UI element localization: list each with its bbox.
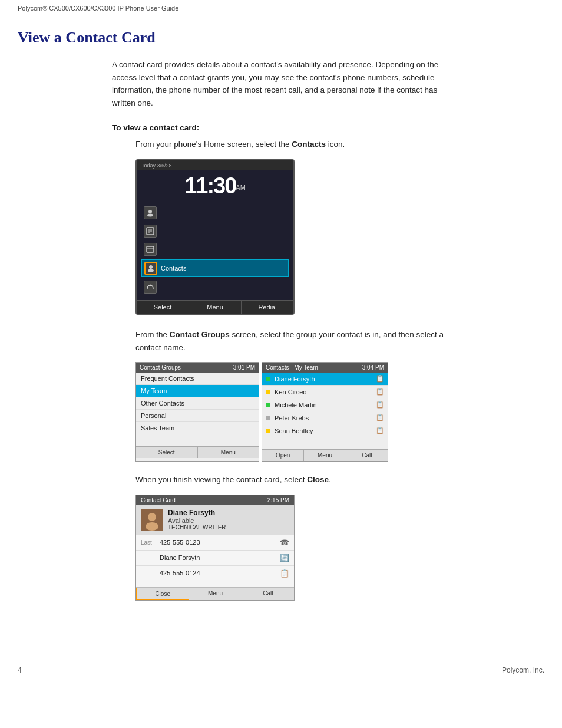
home-softkeys: Select Menu Redial	[137, 300, 293, 314]
group-item-2[interactable]: Other Contacts	[136, 397, 259, 410]
contacts-list: Diane Forsyth 📋 Ken Circeo 📋 M	[262, 373, 388, 449]
cc-job-title: TECHNICAL WRITER	[168, 524, 226, 531]
softkey-redial[interactable]: Redial	[242, 301, 293, 314]
contact-row-0[interactable]: Diane Forsyth 📋	[262, 373, 388, 386]
cc-time: 2:15 PM	[267, 497, 289, 503]
cc-value-0: 425-555-0123	[160, 539, 200, 546]
cc-row-0: Last 425-555-0123 ☎	[136, 535, 294, 551]
home-icon-5	[141, 279, 289, 295]
dot-3	[266, 416, 270, 420]
page-number: 4	[18, 666, 22, 674]
svg-point-8	[149, 265, 153, 269]
contacts-softkeys: Open Menu Call	[262, 449, 388, 461]
cc-icon-2: 📋	[280, 569, 289, 578]
step1-bold: Contacts	[292, 140, 326, 149]
card-icon-2: 📋	[376, 401, 384, 409]
home-icon-contacts: Contacts	[141, 259, 289, 277]
svg-point-1	[147, 213, 153, 216]
groups-list: Frequent Contacts My Team Other Contacts…	[136, 373, 259, 446]
intro-text: A contact card provides details about a …	[112, 58, 454, 109]
group-item-1[interactable]: My Team	[136, 385, 259, 397]
group-item-4[interactable]: Sales Team	[136, 422, 259, 434]
cc-row-left-2: 425-555-0124	[141, 569, 200, 577]
contact-name-4: Sean Bentley	[275, 427, 313, 434]
svg-point-12	[148, 513, 156, 521]
contacts-empty-space	[262, 437, 388, 449]
cc-softkey-menu[interactable]: Menu	[189, 588, 242, 600]
icon-box-5	[144, 281, 157, 294]
dot-1	[266, 390, 270, 394]
card-icon-0: 📋	[376, 375, 384, 383]
step2-instruction: From the Contact Groups screen, select t…	[135, 328, 454, 354]
cc-body: Last 425-555-0123 ☎ Diane Forsyth 🔄 4	[136, 535, 294, 587]
cc-softkey-close[interactable]: Close	[136, 588, 189, 600]
groups-softkey-select[interactable]: Select	[136, 447, 198, 458]
home-screen-wrap: Today 3/6/28 11:30AM	[135, 159, 544, 317]
icon-box-3	[144, 243, 157, 256]
icon-box-1	[144, 206, 157, 219]
group-item-3[interactable]: Personal	[136, 410, 259, 422]
page-title: View a Contact Card	[18, 29, 544, 47]
cc-value-1: Diane Forsyth	[160, 554, 200, 561]
cc-status: Available	[168, 517, 226, 524]
contact-row-2[interactable]: Michele Martin 📋	[262, 398, 388, 411]
step3-instruction: When you finish viewing the contact card…	[135, 473, 454, 486]
softkey-menu[interactable]: Menu	[189, 301, 242, 314]
icon-box-2	[144, 225, 157, 238]
contact-card-wrap: Contact Card 2:15 PM Diane Forsyth Avail…	[135, 495, 544, 601]
avatar	[141, 509, 163, 531]
card-icon-1: 📋	[376, 388, 384, 396]
cc-softkeys: Close Menu Call	[136, 587, 294, 600]
home-screen: Today 3/6/28 11:30AM	[135, 159, 295, 315]
groups-time: 3:01 PM	[233, 364, 255, 371]
group-item-empty	[136, 434, 259, 446]
am-pm-label: AM	[236, 184, 246, 191]
section-heading: To view a contact card:	[112, 123, 544, 132]
main-content: View a Contact Card A contact card provi…	[0, 17, 562, 636]
time-display-area: 11:30AM	[137, 170, 293, 200]
dot-4	[266, 429, 270, 433]
groups-softkeys: Select Menu	[136, 446, 259, 458]
contacts-softkey-open[interactable]: Open	[262, 450, 304, 461]
cc-row-left-0: Last 425-555-0123	[141, 539, 200, 546]
cc-header: Contact Card 2:15 PM	[136, 495, 294, 505]
contact-row-left-2: Michele Martin	[266, 401, 317, 409]
contact-card-screen: Contact Card 2:15 PM Diane Forsyth Avail…	[135, 495, 295, 601]
dual-screen: Contact Groups 3:01 PM Frequent Contacts…	[135, 362, 544, 462]
cc-icon-1: 🔄	[280, 554, 289, 562]
contact-row-4[interactable]: Sean Bentley 📋	[262, 424, 388, 437]
svg-rect-6	[147, 246, 154, 252]
card-icon-4: 📋	[376, 427, 384, 434]
dot-2	[266, 403, 270, 407]
contact-name-1: Ken Circeo	[275, 388, 306, 396]
cc-profile-info: Diane Forsyth Available TECHNICAL WRITER	[168, 509, 226, 531]
step3-bold: Close	[307, 475, 329, 484]
home-icon-3	[141, 241, 289, 258]
contact-row-left-0: Diane Forsyth	[266, 375, 315, 383]
cc-icon-0: ☎	[280, 538, 289, 547]
step1-instruction: From your phone's Home screen, select th…	[135, 138, 454, 151]
contact-row-left-4: Sean Bentley	[266, 427, 313, 434]
softkey-select[interactable]: Select	[137, 301, 189, 314]
contacts-label: Contacts	[161, 265, 186, 272]
cc-row-left-1: Diane Forsyth	[141, 554, 200, 561]
home-icon-1	[141, 205, 289, 221]
contacts-softkey-call[interactable]: Call	[346, 450, 388, 461]
group-item-0[interactable]: Frequent Contacts	[136, 373, 259, 385]
guide-title: Polycom® CX500/CX600/CX3000 IP Phone Use…	[18, 5, 178, 12]
groups-softkey-menu[interactable]: Menu	[198, 447, 259, 458]
cc-spacer	[136, 581, 294, 587]
contacts-softkey-menu[interactable]: Menu	[304, 450, 346, 461]
contact-row-1[interactable]: Ken Circeo 📋	[262, 386, 388, 398]
groups-screen: Contact Groups 3:01 PM Frequent Contacts…	[135, 362, 259, 462]
dot-0	[266, 377, 270, 381]
cc-title: Contact Card	[141, 497, 176, 503]
cc-row-2: 425-555-0124 📋	[136, 566, 294, 581]
top-bar: Polycom® CX500/CX600/CX3000 IP Phone Use…	[0, 0, 562, 17]
cc-softkey-call[interactable]: Call	[242, 588, 294, 600]
home-date: Today 3/6/28	[141, 163, 172, 169]
svg-point-0	[148, 210, 152, 213]
icon-box-contacts	[144, 262, 157, 275]
contact-row-3[interactable]: Peter Krebs 📋	[262, 411, 388, 424]
cc-name: Diane Forsyth	[168, 509, 226, 517]
